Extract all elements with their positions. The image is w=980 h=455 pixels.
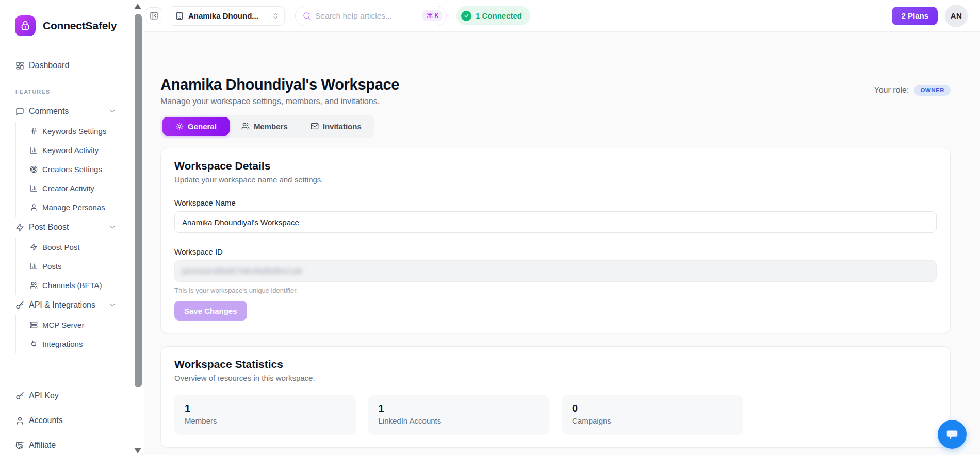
card-title: Workspace Details [174, 160, 937, 172]
sidebar-item-affiliate[interactable]: Affiliate [0, 433, 144, 455]
sidebar-item-keyword-activity[interactable]: Keyword Activity [16, 141, 144, 160]
sidebar-item-posts[interactable]: Posts [16, 257, 144, 276]
chevrons-up-down-icon [272, 12, 279, 20]
sidebar-item-creator-activity[interactable]: Creator Activity [16, 179, 144, 198]
sidebar-item-label: Affiliate [29, 441, 56, 450]
sidebar-item-api-key[interactable]: API Key [0, 383, 144, 408]
topbar: Anamika Dhound... ⌘ K 1 Connected 2 Plan… [144, 0, 980, 32]
workspace-id-value: personal-690af27e8c45af5ef0e1ca8 [182, 267, 302, 275]
sidebar-item-label: Creators Settings [42, 165, 102, 174]
sidebar-divider [0, 376, 144, 376]
page-header-text: Anamika Dhoundiyal's Workspace Manage yo… [160, 76, 399, 106]
sidebar-item-manage-personas[interactable]: Manage Personas [16, 198, 144, 217]
target-icon [30, 165, 38, 173]
sidebar-post-boost-children: Boost Post Posts Channels (BETA) [15, 238, 144, 295]
lock-icon [20, 20, 31, 31]
sidebar-collapse-button[interactable] [146, 7, 161, 24]
workspace-name-input[interactable] [174, 211, 937, 233]
chevron-down-icon [109, 108, 116, 115]
zap-icon [15, 223, 24, 232]
help-search: ⌘ K [295, 6, 447, 26]
bar-chart-icon [30, 184, 38, 192]
sidebar-item-mcp-server[interactable]: MCP Server [16, 315, 144, 334]
stat-value: 0 [572, 402, 733, 414]
role-label: Your role: [874, 86, 909, 95]
sidebar-item-label: Post Boost [29, 223, 69, 232]
sidebar-item-label: API & Integrations [29, 300, 95, 310]
sidebar-item-dashboard[interactable]: Dashboard [0, 55, 144, 76]
brand: ConnectSafely [15, 15, 144, 36]
workspace-selector-value: Anamika Dhound... [188, 11, 267, 20]
tab-general[interactable]: General [162, 117, 230, 136]
card-subtitle: Update your workspace name and settings. [174, 175, 937, 184]
sidebar-item-label: Boost Post [42, 243, 80, 251]
stat-value: 1 [185, 402, 346, 414]
sidebar-group-api-integrations[interactable]: API & Integrations [0, 295, 144, 315]
save-button[interactable]: Save Changes [174, 301, 247, 321]
workspace-tabs: General Members Invitations [160, 115, 374, 138]
user-icon [15, 416, 24, 425]
sidebar-item-creators-settings[interactable]: Creators Settings [16, 160, 144, 179]
scroll-down-icon[interactable] [134, 448, 141, 453]
sidebar-item-integrations[interactable]: Integrations [16, 334, 144, 353]
users-icon [241, 122, 250, 130]
search-input[interactable] [315, 11, 418, 21]
workspace-id-input: personal-690af27e8c45af5ef0e1ca8 [174, 260, 937, 282]
hash-icon [30, 127, 38, 135]
shortcut-key: K [434, 13, 438, 19]
stat-campaigns: 0 Campaigns [562, 395, 743, 435]
sidebar-item-boost-post[interactable]: Boost Post [16, 238, 144, 257]
tab-invitations[interactable]: Invitations [300, 117, 372, 136]
workspace-statistics-card: Workspace Statistics Overview of resourc… [160, 346, 951, 448]
handshake-icon [15, 441, 24, 450]
sidebar-group-post-boost[interactable]: Post Boost [0, 217, 144, 238]
users-icon [30, 281, 38, 289]
role-badge: OWNER [914, 85, 951, 96]
page-title: Anamika Dhoundiyal's Workspace [160, 76, 399, 93]
stat-label: LinkedIn Accounts [379, 416, 540, 425]
zap-icon [30, 243, 38, 251]
sidebar-item-accounts[interactable]: Accounts [0, 408, 144, 433]
connected-status-badge[interactable]: 1 Connected [456, 6, 530, 25]
server-icon [30, 321, 38, 329]
main-area: Anamika Dhound... ⌘ K 1 Connected 2 Plan… [144, 0, 980, 455]
sidebar-section-features: FEATURES [15, 89, 144, 95]
sidebar-item-channels-beta[interactable]: Channels (BETA) [16, 276, 144, 295]
sidebar-item-label: Integrations [42, 340, 83, 348]
bar-chart-icon [30, 262, 38, 270]
card-title: Workspace Statistics [174, 358, 937, 370]
chat-widget-button[interactable] [938, 420, 967, 449]
sidebar-scrollbar-thumb[interactable] [135, 14, 142, 387]
tab-label: Invitations [323, 122, 362, 131]
avatar[interactable]: AN [945, 5, 968, 27]
stat-value: 1 [379, 402, 540, 414]
plans-button[interactable]: 2 Plans [892, 7, 938, 25]
page-content: Anamika Dhoundiyal's Workspace Manage yo… [144, 32, 980, 455]
workspace-selector[interactable]: Anamika Dhound... [169, 6, 285, 26]
stat-linkedin-accounts: 1 LinkedIn Accounts [368, 395, 550, 435]
brand-name: ConnectSafely [43, 20, 117, 32]
tab-label: Members [254, 122, 288, 131]
key-icon [15, 301, 24, 310]
tab-members[interactable]: Members [231, 117, 299, 136]
brand-logo [15, 15, 36, 36]
key-icon [15, 392, 24, 400]
sidebar-item-label: Creator Activity [42, 184, 94, 193]
search-icon [303, 12, 311, 20]
chevron-down-icon [109, 301, 116, 309]
gear-icon [175, 122, 184, 130]
sidebar-item-label: Comments [29, 107, 69, 116]
sidebar-item-label: Manage Personas [42, 203, 105, 212]
sidebar-api-children: MCP Server Integrations [15, 315, 144, 353]
scroll-up-icon[interactable] [134, 4, 141, 9]
chevron-down-icon [109, 224, 116, 231]
sidebar-item-label: Channels (BETA) [42, 281, 102, 290]
sidebar-group-comments[interactable]: Comments [0, 101, 144, 122]
sidebar-item-keywords-settings[interactable]: Keywords Settings [16, 122, 144, 141]
user-icon [30, 204, 38, 211]
panel-collapse-icon [150, 11, 158, 20]
stats-grid: 1 Members 1 LinkedIn Accounts 0 Campaign… [174, 395, 937, 435]
stat-label: Campaigns [572, 416, 733, 425]
command-icon: ⌘ [426, 12, 433, 19]
sidebar-item-label: API Key [29, 391, 59, 400]
